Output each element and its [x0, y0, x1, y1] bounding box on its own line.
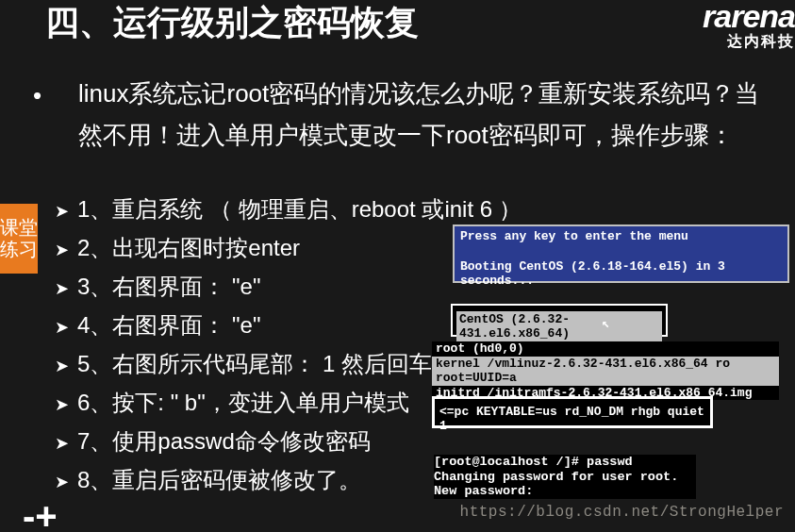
step-text: 1、重启系统 （ 物理重启、reboot 或init 6 ）	[77, 196, 522, 222]
passwd-line: [root@localhost /]# passwd	[434, 455, 696, 470]
logo-main: rarena	[703, 0, 795, 32]
watermark-url: https://blog.csdn.net/StrongHelper	[460, 504, 784, 521]
screenshot-kernel-lines: root (hd0,0) kernel /vmlinuz-2.6.32-431.…	[432, 341, 779, 400]
step-item: ➤2、出现右图时按enter	[55, 233, 522, 263]
kernel-line-highlight: kernel /vmlinuz-2.6.32-431.el6.x86_64 ro…	[432, 357, 779, 386]
chevron-right-icon: ➤	[55, 240, 77, 260]
chevron-right-icon: ➤	[55, 356, 77, 376]
chevron-right-icon: ➤	[55, 394, 77, 415]
screenshot-grub-entry: CentOS (2.6.32-431.el6.x86_64) ↖	[451, 304, 668, 337]
step-text: 8、重启后密码便被修改了。	[77, 467, 361, 492]
step-text: 2、出现右图时按enter	[77, 235, 300, 260]
intro-paragraph: linux系统忘记root密码的情况该怎么办呢？重新安装系统吗？当然不用！进入单…	[52, 74, 776, 156]
step-text: 5、右图所示代码尾部： 1 然后回车	[77, 351, 432, 376]
passwd-line: Changing password for user root.	[434, 470, 696, 485]
side-tab-label: 课堂练习	[0, 217, 38, 260]
side-tab-practice[interactable]: 课堂练习	[0, 204, 38, 274]
logo-sub: 达内科技	[703, 32, 795, 52]
brand-logo: rarena 达内科技	[703, 0, 795, 52]
step-text: 3、右图界面： "e"	[77, 274, 260, 299]
slide-title: 四、运行级别之密码恢复	[45, 0, 419, 46]
passwd-line: New password:	[434, 484, 696, 499]
kernel-line: root (hd0,0)	[432, 341, 779, 357]
screenshot-cmdline: <=pc KEYTABLE=us rd_NO_DM rhgb quiet 1	[432, 396, 713, 428]
chevron-right-icon: ➤	[55, 278, 77, 299]
boot-line2: Booting CentOS (2.6.18-164.el5) in 3 sec…	[460, 260, 782, 288]
corner-decor-icon: -+	[23, 495, 58, 532]
grub-entry-highlight: CentOS (2.6.32-431.el6.x86_64)	[456, 311, 662, 341]
chevron-right-icon: ➤	[55, 433, 77, 454]
intro-text: linux系统忘记root密码的情况该怎么办呢？重新安装系统吗？当然不用！进入单…	[78, 74, 776, 156]
step-item: ➤7、使用passwd命令修改密码	[55, 426, 522, 457]
screenshot-passwd: [root@localhost /]# passwd Changing pass…	[434, 455, 696, 499]
step-text: 7、使用passwd命令修改密码	[77, 428, 371, 454]
chevron-right-icon: ➤	[55, 201, 77, 222]
chevron-right-icon: ➤	[55, 472, 77, 492]
step-text: 6、按下: " b"，变进入单用户模式	[77, 390, 409, 415]
boot-line1: Press any key to enter the menu	[460, 230, 782, 243]
step-item: ➤3、右图界面： "e"	[55, 272, 522, 302]
screenshot-boot-menu: Press any key to enter the menu Booting …	[453, 224, 789, 283]
step-text: 4、右图界面： "e"	[77, 312, 260, 338]
step-item: ➤1、重启系统 （ 物理重启、reboot 或init 6 ）	[55, 194, 522, 224]
chevron-right-icon: ➤	[55, 317, 77, 338]
